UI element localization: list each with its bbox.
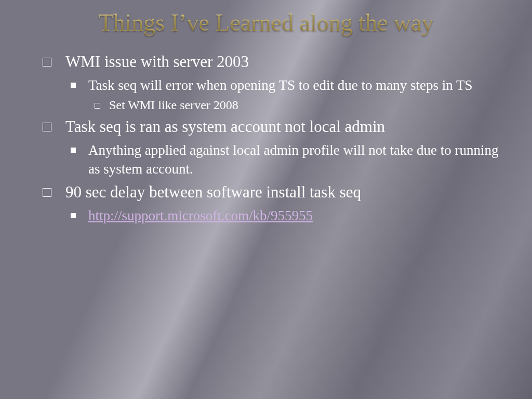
- bullet-list-level3: Set WMI like server 2008: [88, 97, 511, 113]
- bullet-text: Anything applied against local admin pro…: [88, 142, 499, 177]
- list-item: Set WMI like server 2008: [88, 97, 511, 113]
- list-item: Task seq is ran as system account not lo…: [39, 116, 511, 178]
- list-item: WMI issue with server 2003 Task seq will…: [39, 51, 511, 113]
- bullet-text: WMI issue with server 2003: [65, 52, 249, 71]
- slide-title: Things I’ve Learned along the way: [37, 9, 495, 37]
- bullet-list-level2: Task seq will error when opening TS to e…: [65, 76, 511, 114]
- bullet-text: Task seq will error when opening TS to e…: [88, 77, 473, 93]
- bullet-text: Set WMI like server 2008: [109, 98, 238, 112]
- bullet-text: 90 sec delay between software install ta…: [65, 183, 361, 201]
- list-item: Task seq will error when opening TS to e…: [65, 76, 511, 114]
- bullet-list-level2: http://support.microsoft.com/kb/955955: [65, 206, 511, 225]
- slide-body: WMI issue with server 2003 Task seq will…: [21, 51, 511, 225]
- list-item: http://support.microsoft.com/kb/955955: [65, 206, 511, 225]
- list-item: 90 sec delay between software install ta…: [39, 182, 511, 225]
- kb-link[interactable]: http://support.microsoft.com/kb/955955: [88, 208, 313, 223]
- bullet-list-level2: Anything applied against local admin pro…: [65, 141, 511, 178]
- bullet-list-level1: WMI issue with server 2003 Task seq will…: [39, 51, 511, 225]
- list-item: Anything applied against local admin pro…: [65, 141, 511, 178]
- bullet-text: Task seq is ran as system account not lo…: [65, 117, 385, 136]
